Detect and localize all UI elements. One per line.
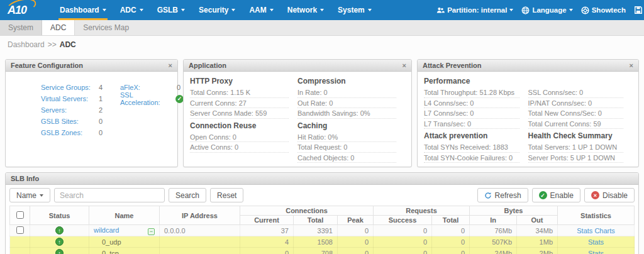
chevron-down-icon: [181, 9, 185, 11]
chevron-down-icon: [320, 9, 324, 11]
table-row-0-udp: ↑ 0_udp 4 1508 0 0 0 507Kb 1Mb Stats: [10, 236, 635, 248]
stat-row: Total Servers: 1 UP 1 DOWN: [528, 142, 624, 153]
chevron-down-icon: [231, 9, 235, 11]
topnav-item-dashboard[interactable]: Dashboard: [53, 0, 113, 20]
virtual-servers-link[interactable]: Virtual Servers:: [41, 95, 96, 102]
close-icon[interactable]: ×: [402, 62, 406, 69]
stat-row: Active Conns: 0: [190, 142, 289, 153]
virtual-server-link[interactable]: wildcard: [94, 226, 119, 234]
chevron-down-icon: [140, 9, 143, 11]
panel-title: Feature Configuration: [11, 62, 83, 69]
status-cell: ↑: [30, 225, 89, 236]
peak-conns-cell: 0: [338, 225, 374, 236]
select-all-checkbox[interactable]: [16, 211, 24, 219]
feature-row: GSLB Sites:0: [41, 116, 106, 127]
topnav-item-label: Network: [287, 6, 317, 14]
attack-prevention-right-column: SSL Conns/sec: 0 IP/NAT Conns/sec: 0 Tot…: [528, 74, 633, 163]
feature-row: Servers:2: [41, 104, 106, 116]
col-group-connections: Connections: [240, 206, 374, 216]
service-groups-link[interactable]: Service Groups:: [41, 84, 96, 91]
breadcrumb-separator: >>: [48, 40, 57, 49]
panel-header: Attack Prevention ×: [418, 60, 638, 72]
success-requests-cell: 0: [374, 225, 432, 236]
aflex-link[interactable]: aFleX:: [120, 84, 174, 91]
breadcrumb-parent[interactable]: Dashboard: [8, 40, 45, 49]
health-check-summary-heading: Health Check Summary: [528, 129, 624, 142]
bytes-in-cell: 24Mb: [470, 248, 517, 254]
gslb-sites-link[interactable]: GSLB Sites:: [41, 118, 96, 125]
charts-link[interactable]: Charts: [594, 227, 614, 235]
search-button[interactable]: Search: [169, 188, 206, 202]
ssl-acceleration-link[interactable]: SSL Acceleration:: [120, 91, 174, 106]
stat-row: Cached Objects: 0: [297, 153, 396, 163]
reset-button[interactable]: Reset: [210, 188, 243, 202]
enable-button[interactable]: ✓ Enable: [532, 188, 580, 202]
enable-icon: ✓: [539, 191, 547, 199]
caching-heading: Caching: [297, 119, 396, 132]
row-select-cell: [10, 225, 30, 236]
chevron-down-icon: [509, 9, 513, 11]
topnav-item-adc[interactable]: ADC: [113, 0, 150, 20]
topnav-item-gslb[interactable]: GSLB: [150, 0, 192, 20]
attack-prevention-heading: Attack prevention: [424, 129, 519, 142]
servers-link[interactable]: Servers:: [41, 106, 96, 114]
feature-row: SSL Acceleration:✓: [120, 93, 184, 104]
stats-link[interactable]: Stats: [588, 250, 604, 254]
chevron-down-icon: [569, 9, 573, 11]
slb-table: Status Name IP Address Connections Reque…: [9, 206, 635, 254]
showtech-button[interactable]: Showtech: [581, 6, 626, 14]
attack-prevention-left-column: Performance Total Throughput: 51.28 Kbps…: [424, 74, 528, 163]
topnav-item-label: AAM: [249, 6, 266, 14]
application-left-column: HTTP Proxy Total Conns: 1.15 K Current C…: [190, 74, 297, 163]
feature-row: GSLB Zones:0: [41, 127, 106, 138]
name-filter-dropdown[interactable]: Name: [9, 188, 50, 202]
total-conns-cell: 3391: [294, 225, 338, 236]
topnav-item-security[interactable]: Security: [192, 0, 242, 20]
save-button[interactable]: [634, 6, 643, 14]
disable-button[interactable]: × Disable: [584, 188, 635, 202]
disk-icon: [634, 6, 643, 14]
stats-link[interactable]: Stats: [577, 227, 592, 235]
topnav-item-aam[interactable]: AAM: [242, 0, 280, 20]
panel-title: SLB Info: [11, 175, 39, 182]
breadcrumb: Dashboard>>ADC: [0, 36, 644, 52]
statistics-cell: Stats: [558, 248, 635, 254]
tab-system[interactable]: System: [0, 20, 42, 35]
total-conns-cell: 1508: [294, 236, 338, 248]
language-selector[interactable]: Language: [521, 6, 572, 14]
partition-selector[interactable]: Partition: internal: [436, 6, 513, 14]
chevron-down-icon: [368, 9, 372, 11]
tab-adc[interactable]: ADC: [42, 20, 75, 35]
col-name: Name: [89, 206, 160, 225]
stat-row: Total Conns: 1.15 K: [190, 87, 289, 98]
topnav-item-network[interactable]: Network: [280, 0, 331, 20]
gslb-zones-link[interactable]: GSLB Zones:: [41, 129, 96, 136]
ip-cell: [160, 248, 240, 254]
stat-row: Total Request: 0: [297, 142, 396, 153]
close-icon[interactable]: ×: [169, 62, 172, 69]
table-row-wildcard: ↑ wildcard− 0.0.0.0 37 3391 0 0 0 76Mb 3…: [10, 225, 635, 236]
topnav-item-system[interactable]: System: [331, 0, 379, 20]
search-input[interactable]: [54, 188, 165, 202]
refresh-button[interactable]: Refresh: [477, 188, 528, 202]
status-up-icon: ↑: [55, 226, 64, 235]
close-icon[interactable]: ×: [630, 62, 633, 69]
stat-row: Hit Ratio: 0%: [297, 132, 396, 143]
enable-button-label: Enable: [550, 191, 574, 200]
connection-reuse-heading: Connection Reuse: [190, 119, 289, 132]
stats-link[interactable]: Stats: [588, 238, 604, 246]
tab-services-map[interactable]: Services Map: [75, 20, 137, 35]
row-checkbox[interactable]: [16, 226, 24, 234]
topnav-item-label: GSLB: [157, 6, 178, 14]
application-body: HTTP Proxy Total Conns: 1.15 K Current C…: [184, 72, 411, 167]
application-right-column: Compression In Rate: 0 Out Rate: 0 Bandw…: [297, 74, 405, 163]
bytes-out-cell: 1Mb: [517, 236, 558, 248]
col-bytes-out: Out: [517, 216, 558, 225]
stat-row: Current Conns: 27: [190, 98, 289, 109]
stat-row: Total New Conns/Sec: 0: [528, 108, 624, 119]
a10-logo[interactable]: A10: [6, 2, 39, 18]
chevron-down-icon: [40, 194, 43, 197]
tab-label: Services Map: [83, 23, 129, 32]
collapse-icon[interactable]: −: [148, 228, 155, 235]
stat-row: Total SYN-Cookie Failures: 0: [424, 153, 519, 163]
